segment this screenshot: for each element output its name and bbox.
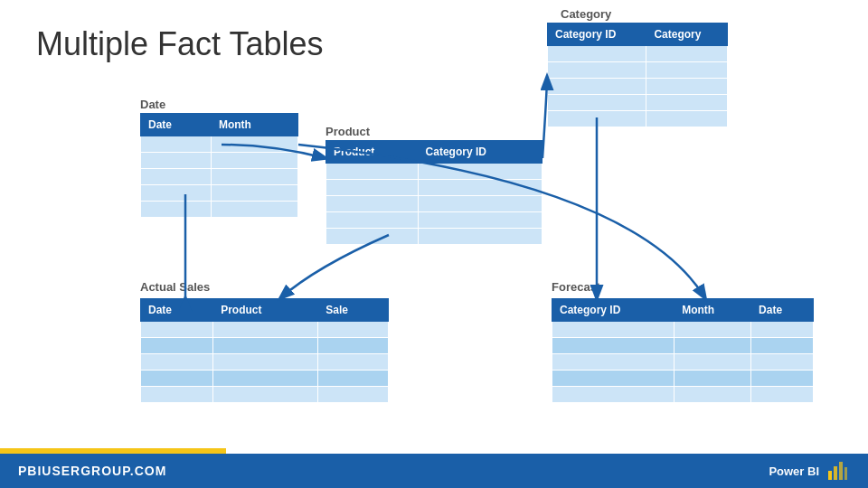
table-row — [548, 95, 728, 111]
table-row — [141, 354, 389, 371]
table-row — [141, 371, 389, 387]
forecast-table: Category ID Month Date — [552, 298, 814, 403]
actualsales-col-sale: Sale — [318, 299, 389, 322]
table-row — [548, 79, 728, 95]
bottom-bar: PBIUSERGROUP.COM Power BI — [0, 454, 868, 488]
table-row — [141, 169, 298, 185]
product-section-label: Product — [326, 125, 370, 138]
table-row — [548, 62, 728, 79]
power-bi-label: Power BI — [769, 465, 819, 478]
table-row — [326, 229, 542, 245]
actual-sales-section-label: Actual Sales — [140, 280, 210, 294]
svg-rect-3 — [844, 467, 847, 480]
power-bi-icon — [825, 458, 850, 483]
svg-rect-0 — [828, 471, 832, 480]
table-row — [141, 322, 389, 338]
page-title: Multiple Fact Tables — [36, 25, 323, 63]
logo-text: PBIUSERGROUP.COM — [18, 464, 166, 478]
date-col-month: Month — [211, 114, 297, 136]
table-row — [141, 338, 389, 354]
actual-sales-table: Date Product Sale — [140, 298, 389, 403]
category-col-id: Category ID — [548, 23, 646, 46]
table-row — [326, 180, 542, 196]
table-row — [552, 354, 814, 371]
table-row — [548, 46, 728, 62]
svg-rect-1 — [834, 466, 837, 480]
date-section-label: Date — [140, 98, 165, 111]
forecast-col-catid: Category ID — [552, 299, 675, 322]
product-col-product: Product — [326, 141, 419, 164]
table-row — [552, 338, 814, 354]
product-col-catid: Category ID — [418, 141, 542, 164]
category-section-label: Category — [561, 7, 611, 21]
actualsales-col-date: Date — [141, 299, 213, 322]
forecast-section-label: Forecast — [552, 280, 600, 294]
table-row — [141, 202, 298, 218]
table-row — [552, 322, 814, 338]
category-col-name: Category — [646, 23, 728, 46]
table-row — [552, 387, 814, 403]
forecast-col-month: Month — [675, 299, 751, 322]
table-row — [141, 387, 389, 403]
date-table: Date Month — [140, 113, 298, 218]
category-table: Category ID Category — [547, 23, 728, 127]
product-table: Product Category ID — [326, 140, 542, 245]
table-row — [548, 111, 728, 127]
table-row — [141, 136, 298, 153]
table-row — [326, 212, 542, 229]
bottom-right: Power BI — [769, 458, 850, 483]
table-row — [141, 185, 298, 202]
svg-rect-2 — [839, 462, 843, 480]
date-col-date: Date — [141, 114, 212, 136]
table-row — [552, 371, 814, 387]
table-row — [326, 196, 542, 212]
forecast-col-date: Date — [751, 299, 814, 322]
table-row — [141, 153, 298, 169]
table-row — [326, 164, 542, 180]
actualsales-col-product: Product — [213, 299, 318, 322]
